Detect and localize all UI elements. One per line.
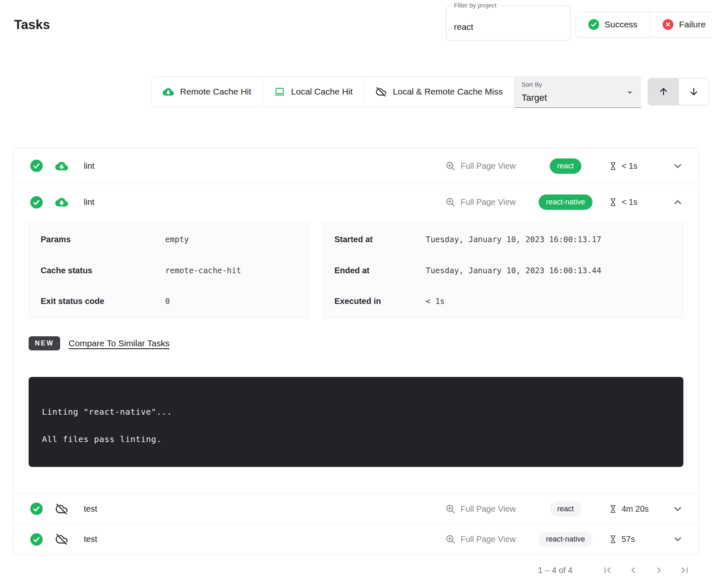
pagination-range: 1 – 4 of 4 [538, 566, 573, 575]
success-check-icon [588, 19, 599, 30]
task-name: lint [84, 197, 95, 207]
expand-row-button[interactable] [669, 501, 686, 517]
caret-down-icon [624, 87, 635, 98]
cloud-download-icon [163, 86, 174, 97]
task-row-lint-react-native[interactable]: lint Full Page View react-native < 1s [14, 184, 698, 220]
cloud-off-icon [55, 503, 68, 515]
project-badge[interactable]: react-native [539, 532, 593, 547]
success-status-icon [30, 503, 43, 515]
page-header: Tasks Filter by project Success Failure … [0, 0, 712, 148]
duration-label: 57s [622, 535, 635, 544]
task-name: lint [84, 161, 95, 171]
terminal-line: Linting "react-native"... [42, 407, 670, 417]
chevron-down-icon [672, 534, 683, 545]
started-at-label: Started at [334, 235, 426, 244]
success-status-icon [30, 160, 43, 172]
success-status-icon [30, 196, 43, 209]
task-row-test-react[interactable]: test Full Page View react 4m 20s [14, 494, 698, 524]
task-duration: < 1s [609, 197, 663, 207]
task-params-panel: Params empty Cache status remote-cache-h… [29, 223, 308, 318]
task-row-test-react-native[interactable]: test Full Page View react-native 57s [14, 524, 698, 554]
full-page-view-link[interactable]: Full Page View [445, 197, 532, 207]
zoom-in-icon [445, 534, 456, 544]
cloud-download-icon [55, 160, 68, 173]
collapse-row-button[interactable] [669, 194, 686, 211]
chevron-right-icon [653, 564, 665, 576]
task-name: test [84, 504, 97, 514]
exit-status-value: 0 [165, 296, 170, 306]
full-page-view-label: Full Page View [461, 161, 516, 171]
task-detail-section: Params empty Cache status remote-cache-h… [14, 220, 698, 494]
success-filter-button[interactable]: Success [576, 12, 650, 37]
terminal-output: Linting "react-native"... All files pass… [29, 377, 683, 467]
executed-in-value: < 1s [426, 296, 445, 306]
chevron-up-icon [672, 197, 683, 208]
project-filter-field: Filter by project [446, 6, 571, 41]
sort-by-select[interactable]: Sort By Target [514, 76, 641, 108]
task-name: test [84, 535, 97, 544]
params-value: empty [165, 235, 189, 244]
first-page-icon [602, 564, 613, 576]
next-page-button[interactable] [648, 559, 670, 581]
expand-row-button[interactable] [669, 531, 686, 548]
chevron-down-icon [672, 160, 683, 172]
sort-direction-toggle [648, 78, 709, 105]
executed-in-label: Executed in [334, 296, 426, 306]
cloud-off-icon [55, 533, 68, 546]
last-page-button[interactable] [674, 559, 695, 581]
status-filter-group: Success Failure [575, 12, 712, 37]
success-filter-label: Success [605, 19, 637, 29]
cache-status-label: Cache status [41, 266, 165, 275]
full-page-view-link[interactable]: Full Page View [445, 534, 532, 544]
failure-filter-button[interactable]: Failure [650, 12, 712, 37]
zoom-in-icon [445, 197, 456, 207]
zoom-in-icon [445, 161, 456, 171]
sort-by-value: Target [522, 92, 547, 103]
task-row-lint-react[interactable]: lint Full Page View react < 1s [14, 148, 698, 184]
hourglass-icon [609, 535, 617, 544]
duration-label: < 1s [622, 197, 637, 207]
task-timing-panel: Started at Tuesday, January 10, 2023 16:… [322, 223, 683, 318]
task-list: lint Full Page View react < 1s [13, 148, 699, 555]
task-duration: < 1s [609, 161, 663, 171]
task-duration: 57s [609, 535, 663, 544]
previous-page-button[interactable] [622, 559, 644, 581]
project-filter-input[interactable] [446, 6, 570, 40]
cache-miss-filter-button[interactable]: Local & Remote Cache Miss [364, 77, 514, 107]
full-page-view-label: Full Page View [461, 504, 516, 514]
task-row-lint-react-native-expanded: lint Full Page View react-native < 1s [14, 184, 698, 494]
remote-cache-hit-label: Remote Cache Hit [180, 87, 251, 97]
zoom-in-icon [445, 504, 456, 514]
hourglass-icon [609, 162, 617, 170]
project-filter-label: Filter by project [451, 2, 499, 9]
sort-by-label: Sort By [522, 81, 542, 88]
full-page-view-label: Full Page View [461, 535, 516, 544]
pagination-bar: 1 – 4 of 4 [0, 555, 712, 586]
terminal-line: All files pass linting. [42, 434, 670, 444]
last-page-icon [679, 564, 690, 576]
success-status-icon [30, 533, 43, 546]
page-title: Tasks [14, 17, 50, 32]
new-badge: NEW [29, 336, 60, 350]
laptop-icon [274, 86, 285, 97]
cloud-download-icon [55, 196, 68, 209]
started-at-value: Tuesday, January 10, 2023 16:00:13.17 [426, 235, 601, 244]
project-badge[interactable]: react [550, 501, 581, 517]
project-badge[interactable]: react-native [539, 194, 593, 210]
params-label: Params [41, 235, 165, 244]
first-page-button[interactable] [597, 559, 618, 581]
compare-to-similar-tasks-link[interactable]: Compare To Similar Tasks [68, 338, 169, 348]
remote-cache-hit-filter-button[interactable]: Remote Cache Hit [151, 77, 263, 107]
expand-row-button[interactable] [669, 158, 686, 174]
full-page-view-link[interactable]: Full Page View [445, 161, 532, 171]
sort-ascending-button[interactable] [648, 78, 678, 105]
sort-descending-button[interactable] [678, 78, 709, 105]
project-badge[interactable]: react [550, 158, 581, 174]
cache-filter-group: Remote Cache Hit Local Cache Hit Local &… [151, 76, 514, 107]
full-page-view-link[interactable]: Full Page View [445, 504, 532, 514]
duration-label: < 1s [622, 161, 637, 171]
arrow-down-icon [688, 86, 699, 97]
local-cache-hit-filter-button[interactable]: Local Cache Hit [263, 77, 364, 107]
hourglass-icon [609, 505, 617, 513]
cache-miss-label: Local & Remote Cache Miss [393, 87, 503, 97]
